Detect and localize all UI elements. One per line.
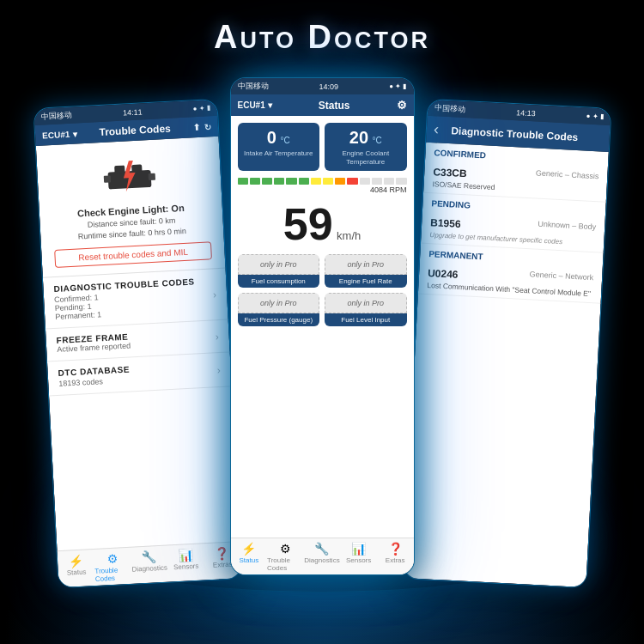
center-tab-diag[interactable]: 🔧 Diagnostics (304, 542, 341, 572)
fuel-consumption-label: Fuel consumption (238, 275, 320, 288)
center-status-icon: ⚡ (241, 542, 256, 556)
app-title: Auto Doctor (0, 19, 644, 56)
rpm-seg-6 (299, 178, 309, 185)
engine-fuel-rate-card: only in Pro Engine Fuel Rate (325, 254, 407, 288)
iat-unit: °C (280, 136, 289, 145)
rpm-value: 4084 RPM (238, 185, 407, 194)
left-nav-title: Trouble Codes (99, 123, 171, 138)
tab-diagnostics[interactable]: 🔧 Diagnostics (130, 550, 167, 581)
center-nav-title: Status (319, 100, 350, 112)
center-tab-extras-label: Extras (386, 556, 405, 564)
center-ecu-label: ECU#1 (238, 100, 265, 110)
refresh-icon[interactable]: ↻ (204, 122, 211, 131)
trouble-codes-icon: ⚙ (106, 552, 118, 567)
engine-icon (97, 152, 160, 198)
phone-right: 中国移动 14:13 ● ✦ ▮ ‹ Diagnostic Trouble Co… (402, 99, 611, 588)
tab-sensors[interactable]: 📊 Sensors (167, 547, 204, 579)
rpm-seg-7 (311, 178, 321, 185)
tab-sensors-label: Sensors (173, 562, 198, 572)
dtc-chevron: › (212, 289, 216, 301)
back-button[interactable]: ‹ (433, 120, 439, 138)
left-nav-right: ⬆ ↻ (192, 122, 211, 132)
rpm-unit: RPM (390, 185, 407, 194)
left-ecu-selector[interactable]: ECU#1 ▾ (41, 129, 76, 140)
fuel-pressure-card: only in Pro Fuel Pressure (gauge) (238, 293, 320, 326)
sensor-card-ect: 20 °C Engine Coolant Temperature (325, 123, 407, 171)
center-carrier: 中国移动 (238, 81, 269, 92)
center-tab-status-label: Status (239, 556, 258, 564)
svg-rect-3 (103, 175, 110, 182)
center-tab-extras[interactable]: ❓ Extras (377, 542, 414, 572)
fuel-level-label: Fuel Level Input (325, 313, 407, 326)
speed-section: 59 km/h (231, 197, 414, 251)
iat-value-row: 0 °C (241, 128, 317, 148)
dtc-u0246-code: U0246 (427, 267, 458, 281)
settings-icon[interactable]: ⚙ (397, 99, 407, 112)
tab-trouble-codes[interactable]: ⚙ Trouble Codes (94, 551, 131, 583)
left-ecu-label: ECU#1 (41, 129, 70, 140)
center-trouble-icon: ⚙ (280, 542, 291, 556)
left-content: Check Engine Light: On Distance since fa… (35, 137, 241, 587)
rpm-seg-5 (286, 178, 296, 185)
dtcdb-sub: 18193 codes (58, 376, 131, 388)
rpm-seg-2 (250, 178, 260, 185)
center-tab-trouble-label: Trouble Codes (267, 556, 304, 572)
center-time: 14:09 (319, 82, 339, 91)
fuel-pressure-pro-badge: only in Pro (238, 293, 320, 313)
right-status-icons: ● ✦ ▮ (586, 112, 604, 120)
rpm-bar (238, 178, 407, 185)
engine-icon-area (35, 137, 221, 206)
diagnostics-icon: 🔧 (141, 550, 156, 564)
rpm-seg-4 (274, 178, 284, 185)
tab-status[interactable]: ⚡ Status (57, 553, 94, 585)
phones-container: 中国移动 14:11 ● ✦ ▮ ECU#1 ▾ Trouble Codes ⬆… (0, 77, 644, 584)
tab-trouble-label: Trouble Codes (94, 566, 131, 583)
dtc-u0246-type: Generic – Network (529, 270, 593, 282)
dtc-b1956-type: Unknown – Body (538, 220, 596, 232)
center-diag-icon: 🔧 (314, 542, 329, 556)
center-status-bar: 中国移动 14:09 ● ✦ ▮ (231, 78, 414, 94)
sensor-card-iat: 0 °C Intake Air Temperature (238, 123, 320, 171)
status-icon: ⚡ (68, 554, 83, 568)
fuel-pressure-label: Fuel Pressure (gauge) (238, 313, 320, 326)
right-content: Confirmed C33CB Generic – Chassis ISO/SA… (403, 143, 608, 587)
rpm-seg-10 (347, 178, 357, 185)
fuel-consumption-card: only in Pro Fuel consumption (238, 254, 320, 288)
tab-status-label: Status (66, 568, 86, 577)
right-screen-content: Confirmed C33CB Generic – Chassis ISO/SA… (403, 143, 608, 587)
iat-value: 0 (267, 128, 276, 147)
tab-extras-label: Extras (212, 561, 232, 569)
rpm-seg-13 (384, 178, 394, 185)
fuel-level-card: only in Pro Fuel Level Input (325, 293, 407, 326)
center-ecu-selector[interactable]: ECU#1 ▾ (238, 100, 272, 110)
left-screen-content: Check Engine Light: On Distance since fa… (35, 137, 241, 587)
rpm-seg-1 (238, 178, 248, 185)
rpm-number: 4084 (370, 185, 387, 194)
center-extras-icon: ❓ (388, 542, 403, 556)
ect-unit: °C (372, 136, 381, 145)
extras-icon: ❓ (214, 546, 229, 561)
svg-rect-1 (113, 166, 125, 175)
share-icon[interactable]: ⬆ (192, 122, 200, 131)
rpm-section: 4084 RPM (231, 174, 414, 197)
menu-item-dtc[interactable]: DIAGNOSTIC TROUBLE CODES Confirmed: 1Pen… (42, 269, 228, 330)
engine-fuel-rate-label: Engine Fuel Rate (325, 275, 407, 288)
right-nav-title: Diagnostic Trouble Codes (451, 125, 579, 143)
pro-section: only in Pro Fuel consumption only in Pro… (231, 251, 414, 335)
center-tab-trouble[interactable]: ⚙ Trouble Codes (267, 542, 304, 572)
fuel-level-pro-badge: only in Pro (325, 293, 407, 313)
sensors-grid: 0 °C Intake Air Temperature 20 °C Engine… (231, 116, 414, 174)
center-tab-status[interactable]: ⚡ Status (231, 542, 268, 572)
left-screen: 中国移动 14:11 ● ✦ ▮ ECU#1 ▾ Trouble Codes ⬆… (33, 100, 241, 587)
rpm-seg-12 (372, 178, 382, 185)
speed-value: 59 (283, 199, 333, 249)
center-tab-sensors[interactable]: 📊 Sensors (340, 542, 377, 572)
rpm-seg-14 (396, 178, 406, 185)
phone-left: 中国移动 14:11 ● ✦ ▮ ECU#1 ▾ Trouble Codes ⬆… (33, 99, 242, 588)
dtc-sub: Confirmed: 1Pending: 1Permanent: 1 (53, 289, 196, 322)
engine-fuel-rate-pro-badge: only in Pro (325, 254, 407, 275)
speed-unit: km/h (337, 229, 361, 242)
center-tab-sensors-label: Sensors (346, 556, 371, 564)
dtcdb-chevron: › (216, 364, 221, 376)
ect-value: 20 (349, 128, 368, 147)
